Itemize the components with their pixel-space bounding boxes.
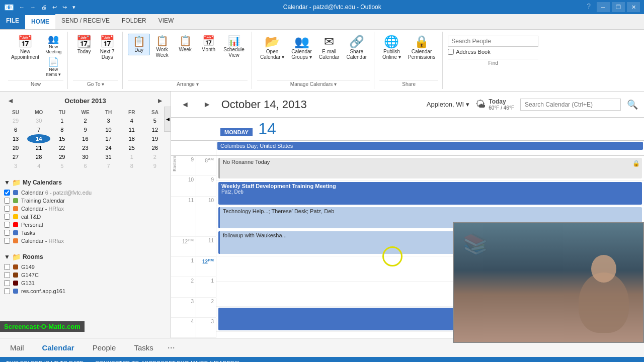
- calendar-item-hrfax2[interactable]: Calendar - HRfax: [4, 237, 167, 245]
- g131-checkbox[interactable]: [4, 280, 10, 286]
- cal-day[interactable]: 17: [97, 134, 120, 143]
- hrfax2-checkbox[interactable]: [4, 238, 10, 244]
- nav-calendar[interactable]: Calendar: [38, 341, 78, 354]
- cal-day[interactable]: 8: [120, 161, 143, 170]
- calendar-permissions-button[interactable]: 🔒 CalendarPermissions: [405, 34, 438, 62]
- minimize-button[interactable]: ─: [597, 2, 610, 12]
- back-button[interactable]: ←: [17, 3, 27, 11]
- weekly-staff-event[interactable]: Weekly Staff Development Training Meetin…: [218, 182, 642, 205]
- calendar-main-checkbox[interactable]: [4, 190, 10, 196]
- tab-folder[interactable]: FOLDER: [116, 14, 152, 29]
- calendar-item-caltd[interactable]: cal.T&D: [4, 213, 167, 221]
- cal-day[interactable]: 23: [73, 143, 97, 152]
- columbus-day-event[interactable]: Columbus Day; United States: [217, 142, 643, 150]
- cal-day[interactable]: 2: [73, 116, 97, 125]
- cal-day[interactable]: 29: [4, 116, 27, 125]
- room-g147c[interactable]: G147C: [4, 271, 167, 279]
- search-people-input[interactable]: [448, 36, 538, 47]
- cal-day[interactable]: 6: [4, 125, 27, 134]
- restore-button[interactable]: ❐: [612, 2, 625, 12]
- calendar-item-training[interactable]: Training Calendar: [4, 197, 167, 205]
- cal-day[interactable]: 22: [50, 143, 73, 152]
- cal-day[interactable]: 26: [143, 143, 167, 152]
- training-cal-checkbox[interactable]: [4, 198, 10, 204]
- undo-button[interactable]: ↩: [50, 3, 59, 12]
- calendar-item-personal[interactable]: Personal: [4, 221, 167, 229]
- cal-day[interactable]: 2: [143, 152, 167, 161]
- cal-day[interactable]: 30: [73, 152, 97, 161]
- cal-day[interactable]: 1: [50, 116, 73, 125]
- publish-online-button[interactable]: 🌐 PublishOnline ▾: [379, 34, 404, 62]
- cal-day[interactable]: 8: [50, 125, 73, 134]
- personal-checkbox[interactable]: [4, 222, 10, 228]
- work-week-button[interactable]: 📋 WorkWeek: [151, 34, 173, 60]
- cal-prev-button[interactable]: ◄: [177, 98, 193, 111]
- room-g131[interactable]: G131: [4, 279, 167, 287]
- cal-day[interactable]: 28: [27, 152, 50, 161]
- rooms-header[interactable]: ▼ 📁 Rooms: [4, 253, 167, 261]
- caltd-checkbox[interactable]: [4, 214, 10, 220]
- cal-search-icon[interactable]: 🔍: [627, 99, 638, 110]
- cal-day[interactable]: 29: [50, 152, 73, 161]
- cal-day[interactable]: 7: [97, 161, 120, 170]
- mini-cal-next-button[interactable]: ►: [153, 96, 167, 106]
- day-view-button[interactable]: 📋 Day: [128, 34, 150, 55]
- month-view-button[interactable]: 📅 Month: [197, 34, 219, 54]
- calendar-item-tasks[interactable]: Tasks: [4, 229, 167, 237]
- cal-day[interactable]: 27: [4, 152, 27, 161]
- forward-button[interactable]: →: [28, 3, 38, 11]
- help-button[interactable]: ?: [587, 2, 591, 12]
- calendar-groups-button[interactable]: 👥 CalendarGroups ▾: [288, 34, 315, 62]
- cal-day[interactable]: 4: [120, 116, 143, 125]
- my-calendars-header[interactable]: ▼ 📁 My Calendars: [4, 178, 167, 187]
- open-calendar-button[interactable]: 📂 OpenCalendar ▾: [257, 34, 287, 62]
- next7days-button[interactable]: 📅 Next 7Days: [96, 34, 118, 62]
- cal-day[interactable]: 11: [120, 125, 143, 134]
- cal-day[interactable]: 24: [97, 143, 120, 152]
- share-calendar-button[interactable]: 🔗 ShareCalendar: [343, 34, 370, 62]
- mini-cal-prev-button[interactable]: ◄: [4, 96, 17, 106]
- cal-day[interactable]: 25: [120, 143, 143, 152]
- cal-day[interactable]: 15: [50, 134, 73, 143]
- res-conf-checkbox[interactable]: [4, 288, 10, 294]
- room-res-conf[interactable]: res.conf.app.g161: [4, 287, 167, 295]
- cal-day[interactable]: 5: [143, 116, 167, 125]
- today-button[interactable]: 📆 Today: [73, 34, 95, 56]
- tab-send-receive[interactable]: SEND / RECEIVE: [55, 14, 116, 29]
- cal-day[interactable]: 16: [73, 134, 97, 143]
- cal-next-button[interactable]: ►: [199, 98, 215, 111]
- new-meeting-button[interactable]: 👥 NewMeeting: [43, 34, 63, 55]
- room-g149[interactable]: G149: [4, 263, 167, 271]
- week-view-button[interactable]: 📋 Week: [174, 34, 196, 54]
- new-items-button[interactable]: 📄 NewItems ▾: [43, 56, 63, 78]
- cal-day[interactable]: 5: [50, 161, 73, 170]
- address-book-checkbox[interactable]: [448, 49, 454, 55]
- email-calendar-button[interactable]: ✉ E-mailCalendar: [316, 34, 343, 62]
- cal-day[interactable]: 4: [27, 161, 50, 170]
- cal-day[interactable]: 12: [143, 125, 167, 134]
- no-roxanne-event[interactable]: No Roxanne Today 🔒: [218, 158, 642, 178]
- new-appointment-button[interactable]: 📅 NewAppointment: [8, 34, 42, 62]
- tab-home[interactable]: HOME: [25, 14, 55, 29]
- cal-day[interactable]: 18: [120, 134, 143, 143]
- print-button[interactable]: 🖨: [39, 3, 49, 11]
- tab-view[interactable]: VIEW: [152, 14, 180, 29]
- redo-button[interactable]: ↪: [60, 3, 69, 12]
- cal-day[interactable]: 13: [4, 134, 27, 143]
- cal-day[interactable]: 9: [143, 161, 167, 170]
- calendar-item-main[interactable]: Calendar 6 - patzd@fvtc.edu: [4, 189, 167, 197]
- tasks-checkbox[interactable]: [4, 230, 10, 236]
- cal-day[interactable]: 21: [27, 143, 50, 152]
- nav-mail[interactable]: Mail: [6, 341, 28, 354]
- cal-day[interactable]: 31: [97, 152, 120, 161]
- close-button[interactable]: ✕: [627, 2, 640, 12]
- cal-day[interactable]: 3: [4, 161, 27, 170]
- nav-people[interactable]: People: [89, 341, 120, 354]
- hrfax1-checkbox[interactable]: [4, 206, 10, 212]
- g149-checkbox[interactable]: [4, 264, 10, 270]
- cal-day[interactable]: 6: [73, 161, 97, 170]
- cal-day[interactable]: 7: [27, 125, 50, 134]
- cal-day[interactable]: 3: [97, 116, 120, 125]
- location-dropdown[interactable]: Appleton, WI ▾: [427, 101, 469, 108]
- cal-day[interactable]: 30: [27, 116, 50, 125]
